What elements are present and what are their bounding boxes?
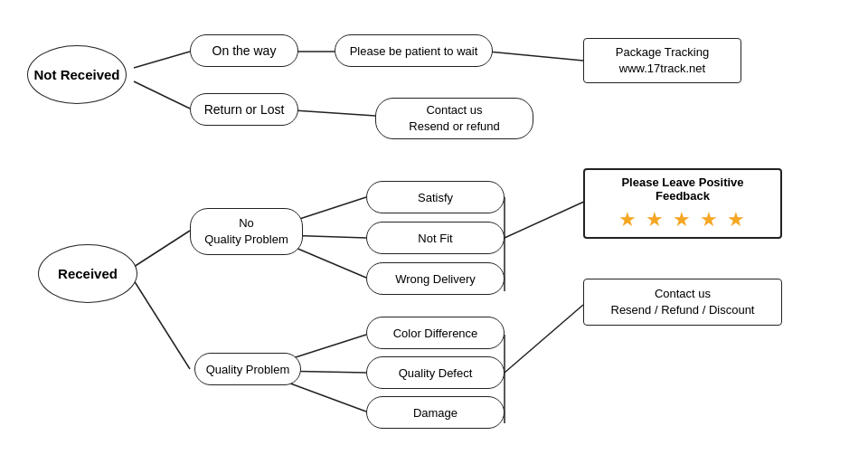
- color-difference-node: Color Difference: [366, 317, 505, 349]
- no-quality-problem-node: NoQuality Problem: [190, 208, 303, 255]
- damage-node: Damage: [366, 396, 505, 429]
- package-tracking-node: Package Tracking www.17track.net: [583, 38, 741, 83]
- svg-line-17: [505, 305, 583, 373]
- stars-display: ★ ★ ★ ★ ★: [594, 208, 771, 232]
- on-the-way-node: On the way: [190, 34, 298, 67]
- svg-line-6: [134, 280, 190, 369]
- return-or-lost-node: Return or Lost: [190, 93, 298, 126]
- patient-node: Please be patient to wait: [335, 34, 493, 67]
- diagram: Not Received On the way Return or Lost P…: [0, 0, 868, 464]
- received-node: Received: [38, 244, 137, 303]
- contact-resend-refund-node: Contact usResend or refund: [375, 98, 533, 139]
- svg-line-0: [134, 52, 190, 68]
- wrong-delivery-node: Wrong Delivery: [366, 262, 505, 295]
- satisfy-node: Satisfy: [366, 181, 505, 213]
- svg-line-3: [488, 52, 583, 61]
- svg-line-1: [134, 81, 190, 109]
- svg-line-15: [505, 201, 586, 238]
- quality-defect-node: Quality Defect: [366, 356, 505, 389]
- not-received-node: Not Received: [27, 45, 127, 104]
- contact-resend-refund-discount-node: Contact usResend / Refund / Discount: [583, 279, 782, 326]
- quality-problem-node: Quality Problem: [194, 353, 301, 385]
- feedback-title: Please Leave Positive Feedback: [594, 175, 771, 203]
- svg-line-5: [134, 231, 190, 267]
- not-fit-node: Not Fit: [366, 222, 505, 254]
- positive-feedback-box: Please Leave Positive Feedback ★ ★ ★ ★ ★: [583, 168, 782, 239]
